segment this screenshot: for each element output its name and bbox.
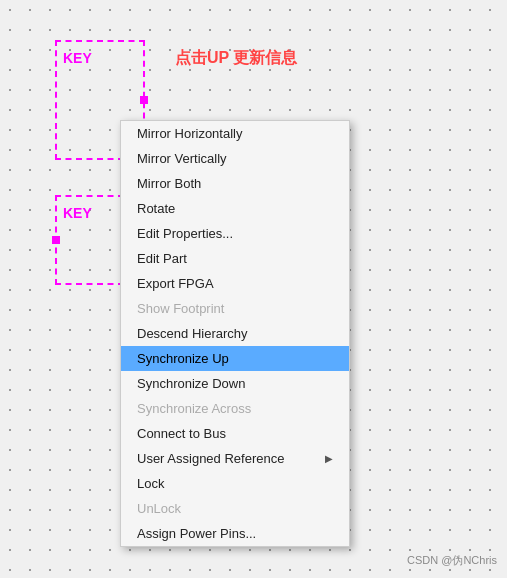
handle-left bbox=[52, 236, 60, 244]
menu-item-connect-to-bus[interactable]: Connect to Bus bbox=[121, 421, 349, 446]
menu-item-label-export-fpga: Export FPGA bbox=[137, 276, 214, 291]
menu-item-user-assigned-ref[interactable]: User Assigned Reference▶ bbox=[121, 446, 349, 471]
menu-item-synchronize-across: Synchronize Across bbox=[121, 396, 349, 421]
menu-item-label-descend-hierarchy: Descend Hierarchy bbox=[137, 326, 248, 341]
menu-item-mirror-both[interactable]: Mirror Both bbox=[121, 171, 349, 196]
menu-item-lock[interactable]: Lock bbox=[121, 471, 349, 496]
menu-item-label-user-assigned-ref: User Assigned Reference bbox=[137, 451, 284, 466]
watermark: CSDN @伪NChris bbox=[407, 553, 497, 568]
menu-item-mirror-h[interactable]: Mirror Horizontally bbox=[121, 121, 349, 146]
menu-item-label-show-footprint: Show Footprint bbox=[137, 301, 224, 316]
menu-item-synchronize-down[interactable]: Synchronize Down bbox=[121, 371, 349, 396]
menu-item-descend-hierarchy[interactable]: Descend Hierarchy bbox=[121, 321, 349, 346]
menu-item-label-unlock: UnLock bbox=[137, 501, 181, 516]
menu-item-label-synchronize-down: Synchronize Down bbox=[137, 376, 245, 391]
menu-item-edit-properties[interactable]: Edit Properties... bbox=[121, 221, 349, 246]
menu-item-mirror-v[interactable]: Mirror Vertically bbox=[121, 146, 349, 171]
menu-item-label-lock: Lock bbox=[137, 476, 164, 491]
handle-right bbox=[140, 96, 148, 104]
key-top-label: KEY bbox=[63, 50, 92, 66]
menu-item-label-mirror-h: Mirror Horizontally bbox=[137, 126, 242, 141]
menu-item-label-synchronize-up: Synchronize Up bbox=[137, 351, 229, 366]
menu-item-rotate[interactable]: Rotate bbox=[121, 196, 349, 221]
menu-item-label-assign-power-pins: Assign Power Pins... bbox=[137, 526, 256, 541]
menu-item-label-rotate: Rotate bbox=[137, 201, 175, 216]
menu-item-assign-power-pins[interactable]: Assign Power Pins... bbox=[121, 521, 349, 546]
menu-item-label-edit-part: Edit Part bbox=[137, 251, 187, 266]
menu-item-label-connect-to-bus: Connect to Bus bbox=[137, 426, 226, 441]
menu-item-unlock: UnLock bbox=[121, 496, 349, 521]
menu-item-label-mirror-both: Mirror Both bbox=[137, 176, 201, 191]
menu-item-label-synchronize-across: Synchronize Across bbox=[137, 401, 251, 416]
annotation-text: 点击UP 更新信息 bbox=[175, 48, 297, 69]
menu-item-label-mirror-v: Mirror Vertically bbox=[137, 151, 227, 166]
menu-item-export-fpga[interactable]: Export FPGA bbox=[121, 271, 349, 296]
menu-item-label-edit-properties: Edit Properties... bbox=[137, 226, 233, 241]
submenu-arrow-icon: ▶ bbox=[325, 453, 333, 464]
context-menu: Mirror HorizontallyMirror VerticallyMirr… bbox=[120, 120, 350, 547]
key-bottom-label: KEY bbox=[63, 205, 92, 221]
menu-item-show-footprint: Show Footprint bbox=[121, 296, 349, 321]
menu-item-synchronize-up[interactable]: Synchronize Up bbox=[121, 346, 349, 371]
menu-item-edit-part[interactable]: Edit Part bbox=[121, 246, 349, 271]
